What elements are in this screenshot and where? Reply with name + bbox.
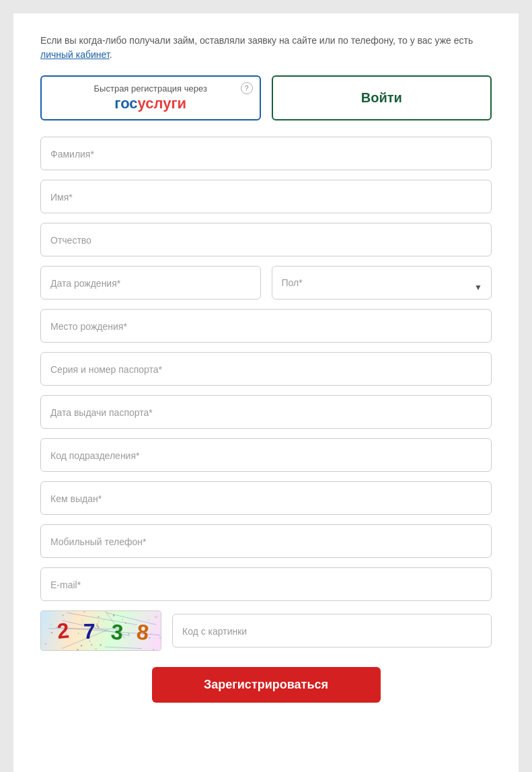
division-code-group	[40, 438, 492, 472]
email-group	[40, 567, 492, 601]
gosuslugi-button[interactable]: Быстрая регистрация через госуслуги ?	[40, 75, 261, 120]
patronymic-input[interactable]	[40, 223, 492, 256]
patronymic-group	[40, 223, 492, 256]
gos-text: гос	[114, 95, 137, 112]
passport-series-group	[40, 352, 492, 386]
buttons-row: Быстрая регистрация через госуслуги ? Во…	[40, 75, 492, 120]
passport-date-input[interactable]	[40, 395, 492, 429]
birthplace-input[interactable]	[40, 309, 492, 343]
info-text-after: .	[110, 49, 112, 60]
division-code-input[interactable]	[40, 438, 492, 472]
issued-by-input[interactable]	[40, 481, 492, 515]
phone-input[interactable]	[40, 524, 492, 558]
cabinet-link[interactable]: личный кабинет	[40, 49, 110, 60]
birthdate-input[interactable]	[40, 266, 261, 300]
captcha-canvas	[40, 610, 161, 651]
login-button[interactable]: Войти	[272, 75, 492, 120]
submit-button[interactable]: Зарегистрироваться	[152, 667, 381, 703]
name-input[interactable]	[40, 180, 492, 213]
captcha-input-wrapper	[172, 614, 492, 647]
captcha-image	[40, 610, 161, 651]
gender-select[interactable]: Пол* Мужской Женский	[272, 266, 492, 300]
name-group	[40, 180, 492, 213]
birthdate-gender-row: Пол* Мужской Женский ▼	[40, 266, 492, 309]
phone-group	[40, 524, 492, 558]
captcha-row	[40, 610, 492, 651]
captcha-input[interactable]	[172, 614, 492, 647]
birthplace-group	[40, 309, 492, 343]
birthdate-group	[40, 266, 261, 300]
info-text: Если вы когда-либо получали займ, оставл…	[40, 34, 492, 62]
quick-reg-label: Быстрая регистрация через	[94, 83, 207, 94]
surname-input[interactable]	[40, 137, 492, 170]
submit-area: Зарегистрироваться	[40, 667, 492, 703]
gosuslugi-logo: госуслуги	[114, 95, 186, 112]
uslugi-text: услуги	[138, 95, 187, 112]
passport-series-input[interactable]	[40, 352, 492, 386]
surname-group	[40, 137, 492, 170]
page-container: Если вы когда-либо получали займ, оставл…	[13, 13, 519, 772]
info-text-before: Если вы когда-либо получали займ, оставл…	[40, 35, 473, 46]
issued-by-group	[40, 481, 492, 515]
help-icon[interactable]: ?	[241, 82, 253, 94]
email-input[interactable]	[40, 567, 492, 601]
passport-date-group	[40, 395, 492, 429]
gender-group: Пол* Мужской Женский ▼	[272, 266, 492, 309]
